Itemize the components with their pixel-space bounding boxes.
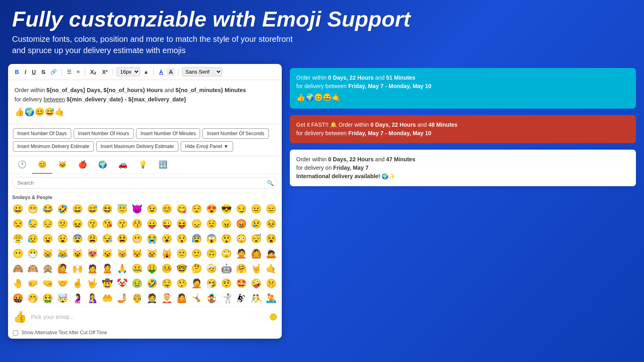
emoji-item[interactable]: 😀 xyxy=(10,202,25,216)
font-family-select[interactable]: Sans Serif Serif Monospace xyxy=(182,67,222,76)
emoji-item[interactable]: 👋 xyxy=(204,306,219,306)
emoji-item[interactable]: 🤡 xyxy=(115,276,129,291)
emoji-item[interactable]: 😲 xyxy=(219,232,233,246)
emoji-item[interactable]: 🙉 xyxy=(25,261,40,276)
emoji-item[interactable]: 🤮 xyxy=(40,291,55,306)
emoji-item[interactable]: 😕 xyxy=(55,217,70,231)
emoji-item[interactable]: 🤩 xyxy=(234,276,248,291)
emoji-item[interactable]: 🤘 xyxy=(249,261,263,276)
emoji-item[interactable]: 😐 xyxy=(249,202,263,216)
emoji-item[interactable]: 🤔 xyxy=(189,261,204,276)
emoji-item[interactable]: 😅 xyxy=(85,202,99,216)
emoji-item[interactable]: 😒 xyxy=(10,217,25,231)
emoji-item[interactable]: 😯 xyxy=(174,232,189,246)
ordered-list-icon[interactable]: ☰ xyxy=(65,68,73,76)
font-size-select[interactable]: 16px 12px 14px 18px 24px xyxy=(116,67,140,76)
strikethrough-button[interactable]: S xyxy=(39,68,47,76)
emoji-item[interactable]: 😾 xyxy=(130,247,144,261)
emoji-item[interactable]: 🤵 xyxy=(144,291,159,306)
tab-food[interactable]: 🍎 xyxy=(72,156,93,174)
hide-emoji-button[interactable]: Hide Emoji Panel ▼ xyxy=(181,141,233,152)
tab-symbols[interactable]: 🔣 xyxy=(153,156,173,174)
emoji-item[interactable]: 😦 xyxy=(40,232,55,246)
emoji-item[interactable]: 🤣 xyxy=(144,276,159,291)
tab-smileys[interactable]: 😊 xyxy=(32,156,52,174)
link-icon[interactable]: 🔗 xyxy=(49,68,58,76)
emoji-item[interactable]: 😨 xyxy=(70,232,85,246)
emoji-item[interactable]: 😓 xyxy=(25,217,40,231)
insert-days-button[interactable]: Insert Number Of Days xyxy=(13,128,71,139)
emoji-item[interactable]: 😣 xyxy=(264,217,278,231)
emoji-item[interactable]: 👅 xyxy=(115,306,129,306)
emoji-item[interactable]: 😈 xyxy=(130,202,144,216)
emoji-item[interactable]: 🤦 xyxy=(189,276,204,291)
emoji-item[interactable]: 🤺 xyxy=(219,291,233,306)
emoji-item[interactable]: 🙇 xyxy=(264,247,278,261)
emoji-item[interactable]: 🤙 xyxy=(264,261,278,276)
insert-hours-button[interactable]: Insert Number Of Hours xyxy=(74,128,134,139)
emoji-item[interactable]: 😸 xyxy=(40,247,55,261)
emoji-item[interactable]: 😼 xyxy=(100,247,114,261)
emoji-item[interactable]: 🤯 xyxy=(55,291,70,306)
emoji-item[interactable]: 🤷 xyxy=(174,291,189,306)
emoji-item[interactable]: 🙈 xyxy=(10,261,25,276)
emoji-item[interactable]: 😺 xyxy=(70,247,85,261)
emoji-item[interactable]: 👆 xyxy=(130,306,144,306)
emoji-item[interactable]: 😖 xyxy=(70,217,85,231)
unordered-list-icon[interactable]: ≡ xyxy=(75,68,81,76)
emoji-item[interactable]: 🤤 xyxy=(159,276,174,291)
insert-minutes-button[interactable]: Insert Number Of Minutes xyxy=(136,128,200,139)
emoji-item[interactable]: 🤚 xyxy=(10,276,25,291)
emoji-item[interactable]: 😊 xyxy=(159,202,174,216)
emoji-item[interactable]: 🤬 xyxy=(10,291,25,306)
emoji-item[interactable]: 🤳 xyxy=(115,291,129,306)
emoji-item[interactable]: 😠 xyxy=(219,217,233,231)
emoji-item[interactable]: 😛 xyxy=(144,217,159,231)
emoji-item[interactable]: 👈 xyxy=(159,306,174,306)
subscript-button[interactable]: X₂ xyxy=(88,68,98,76)
emoji-item[interactable]: 🤱 xyxy=(85,291,99,306)
emoji-item[interactable]: 😶 xyxy=(10,247,25,261)
emoji-item[interactable]: 😷 xyxy=(25,247,40,261)
emoji-item[interactable]: 😞 xyxy=(189,217,204,231)
emoji-item[interactable]: 😳 xyxy=(234,232,248,246)
tab-recent[interactable]: 🕐 xyxy=(12,156,32,174)
emoji-item[interactable]: 😟 xyxy=(204,217,219,231)
emoji-item[interactable]: 👄 xyxy=(100,306,114,306)
emoji-item[interactable]: 🤖 xyxy=(219,261,233,276)
emoji-item[interactable]: 😢 xyxy=(249,217,263,231)
emoji-item[interactable]: 👉 xyxy=(174,306,189,306)
emoji-item[interactable]: 🤭 xyxy=(25,291,40,306)
emoji-item[interactable]: 👍 xyxy=(234,306,248,306)
emoji-item[interactable]: 🤓 xyxy=(174,261,189,276)
emoji-item[interactable]: 😡 xyxy=(234,217,248,231)
emoji-item[interactable]: 🤕 xyxy=(204,261,219,276)
emoji-item[interactable]: 🤶 xyxy=(159,291,174,306)
emoji-item[interactable]: 🙆 xyxy=(249,247,263,261)
emoji-item[interactable]: 😵 xyxy=(264,232,278,246)
emoji-search-input[interactable] xyxy=(12,177,278,189)
emoji-item[interactable]: 🤣 xyxy=(55,202,70,216)
font-size-up-icon[interactable]: ▲ xyxy=(142,68,150,76)
emoji-item[interactable]: 😍 xyxy=(204,202,219,216)
insert-max-delivery-button[interactable]: Insert Maximum Delivery Estimate xyxy=(96,141,178,152)
emoji-item[interactable]: 😆 xyxy=(100,202,114,216)
emoji-item[interactable]: 😤 xyxy=(10,232,25,246)
emoji-item[interactable]: 🤜 xyxy=(40,276,55,291)
emoji-item[interactable]: 😮 xyxy=(159,232,174,246)
emoji-item[interactable]: 👌 xyxy=(219,306,233,306)
emoji-item[interactable]: 😋 xyxy=(174,202,189,216)
emoji-item[interactable]: 😿 xyxy=(144,247,159,261)
emoji-item[interactable]: 🤼 xyxy=(249,291,263,306)
emoji-color-dot[interactable] xyxy=(270,313,277,321)
emoji-item[interactable]: 🤞 xyxy=(70,276,85,291)
tab-objects[interactable]: 💡 xyxy=(133,156,153,174)
emoji-item[interactable]: 😱 xyxy=(204,232,219,246)
emoji-item[interactable]: 🤢 xyxy=(130,276,144,291)
emoji-item[interactable]: 🤻 xyxy=(234,291,248,306)
emoji-item[interactable]: 🙏 xyxy=(115,261,129,276)
emoji-item[interactable]: 😴 xyxy=(249,232,263,246)
emoji-item[interactable]: 😁 xyxy=(25,202,40,216)
emoji-item[interactable]: 🙍 xyxy=(85,261,99,276)
emoji-item[interactable]: 😙 xyxy=(115,217,129,231)
